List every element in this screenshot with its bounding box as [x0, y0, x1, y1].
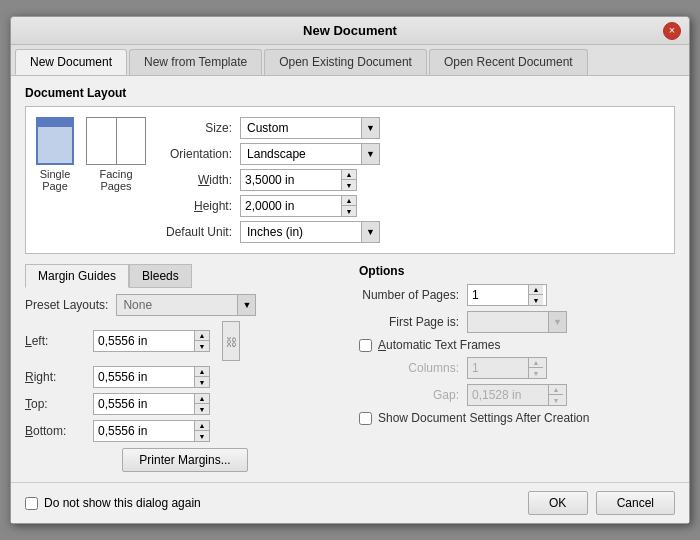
width-up[interactable]: ▲	[342, 170, 356, 180]
width-down[interactable]: ▼	[342, 180, 356, 190]
preset-label: Preset Layouts:	[25, 298, 108, 312]
tab-open-existing[interactable]: Open Existing Document	[264, 49, 427, 75]
columns-spinner: ▲ ▼	[467, 357, 547, 379]
default-unit-label: Default Unit:	[166, 225, 232, 239]
tab-new-from-template[interactable]: New from Template	[129, 49, 262, 75]
bottom-section: Margin Guides Bleeds Preset Layouts: Non…	[25, 264, 675, 472]
orientation-dropdown-arrow[interactable]: ▼	[361, 144, 379, 164]
right-label: Right:	[25, 370, 85, 384]
num-pages-up[interactable]: ▲	[529, 285, 543, 295]
left-spin-btns: ▲ ▼	[194, 331, 209, 351]
close-button[interactable]: ×	[663, 22, 681, 40]
page-icons: SinglePage FacingPages	[36, 117, 146, 243]
default-unit-dropdown[interactable]: Inches (in) ▼	[240, 221, 380, 243]
right-spinner[interactable]: ▲ ▼	[93, 366, 210, 388]
bottom-field[interactable]	[94, 421, 194, 441]
num-pages-spin-btns: ▲ ▼	[528, 285, 543, 305]
link-icon: ⛓	[222, 321, 240, 361]
preset-dropdown-arrow[interactable]: ▼	[237, 295, 255, 315]
show-settings-row: Show Document Settings After Creation	[359, 411, 675, 425]
first-page-dropdown: ▼	[467, 311, 567, 333]
gap-spinner: ▲ ▼	[467, 384, 567, 406]
single-page-option[interactable]: SinglePage	[36, 117, 74, 192]
dialog-body: Document Layout SinglePage	[11, 76, 689, 482]
auto-text-label: Automatic Text Frames	[378, 338, 501, 352]
preset-dropdown[interactable]: None ▼	[116, 294, 256, 316]
top-row: Top: ▲ ▼	[25, 393, 345, 415]
bottom-bar: Do not show this dialog again OK Cancel	[11, 482, 689, 523]
top-spin-btns: ▲ ▼	[194, 394, 209, 414]
options-label: Options	[359, 264, 675, 278]
first-page-arrow: ▼	[548, 312, 566, 332]
tab-margin-guides[interactable]: Margin Guides	[25, 264, 129, 288]
bottom-row: Bottom: ▲ ▼	[25, 420, 345, 442]
dont-show-checkbox[interactable]	[25, 497, 38, 510]
height-up[interactable]: ▲	[342, 196, 356, 206]
num-pages-spinner[interactable]: ▲ ▼	[467, 284, 547, 306]
default-unit-dropdown-arrow[interactable]: ▼	[361, 222, 379, 242]
right-field[interactable]	[94, 367, 194, 387]
top-field[interactable]	[94, 394, 194, 414]
facing-pages-option[interactable]: FacingPages	[86, 117, 146, 192]
left-down[interactable]: ▼	[195, 341, 209, 351]
new-document-dialog: New Document × New Document New from Tem…	[10, 16, 690, 524]
facing-left	[86, 117, 116, 165]
preset-row: Preset Layouts: None ▼	[25, 294, 345, 316]
bottom-up[interactable]: ▲	[195, 421, 209, 431]
gap-down: ▼	[549, 395, 563, 405]
right-down[interactable]: ▼	[195, 377, 209, 387]
single-page-label: SinglePage	[40, 168, 71, 192]
top-spinner[interactable]: ▲ ▼	[93, 393, 210, 415]
tab-new-document[interactable]: New Document	[15, 49, 127, 75]
columns-row: Columns: ▲ ▼	[359, 357, 675, 379]
show-settings-label: Show Document Settings After Creation	[378, 411, 589, 425]
dialog-title: New Document	[303, 23, 397, 38]
tab-open-recent[interactable]: Open Recent Document	[429, 49, 588, 75]
ok-button[interactable]: OK	[528, 491, 588, 515]
tab-bleeds[interactable]: Bleeds	[129, 264, 192, 288]
num-pages-label: Number of Pages:	[359, 288, 459, 302]
height-spinner[interactable]: ▲ ▼	[240, 195, 357, 217]
width-spinner[interactable]: ▲ ▼	[240, 169, 357, 191]
action-buttons: OK Cancel	[528, 491, 675, 515]
single-page-icon	[36, 117, 74, 165]
right-spin-btns: ▲ ▼	[194, 367, 209, 387]
columns-label: Columns:	[359, 361, 459, 375]
gap-row: Gap: ▲ ▼	[359, 384, 675, 406]
bottom-spinner[interactable]: ▲ ▼	[93, 420, 210, 442]
height-input-row: ▲ ▼	[240, 195, 664, 217]
columns-up: ▲	[529, 358, 543, 368]
layout-inner: SinglePage FacingPages Size:	[36, 117, 664, 243]
top-down[interactable]: ▼	[195, 404, 209, 414]
first-page-value	[468, 320, 548, 324]
width-input-row: ▲ ▼	[240, 169, 664, 191]
right-up[interactable]: ▲	[195, 367, 209, 377]
title-bar: New Document ×	[11, 17, 689, 45]
width-field[interactable]	[241, 170, 341, 190]
cancel-button[interactable]: Cancel	[596, 491, 675, 515]
height-down[interactable]: ▼	[342, 206, 356, 216]
num-pages-down[interactable]: ▼	[529, 295, 543, 305]
size-dropdown-arrow[interactable]: ▼	[361, 118, 379, 138]
facing-pages-label: FacingPages	[99, 168, 132, 192]
left-spinner[interactable]: ▲ ▼	[93, 330, 210, 352]
top-up[interactable]: ▲	[195, 394, 209, 404]
size-dropdown[interactable]: Custom ▼	[240, 117, 380, 139]
show-settings-checkbox[interactable]	[359, 412, 372, 425]
num-pages-field[interactable]	[468, 285, 528, 305]
num-pages-row: Number of Pages: ▲ ▼	[359, 284, 675, 306]
left-up[interactable]: ▲	[195, 331, 209, 341]
gap-spin-btns: ▲ ▼	[548, 385, 563, 405]
auto-text-checkbox[interactable]	[359, 339, 372, 352]
height-field[interactable]	[241, 196, 341, 216]
orientation-dropdown[interactable]: Landscape ▼	[240, 143, 380, 165]
left-field[interactable]	[94, 331, 194, 351]
printer-margins-button[interactable]: Printer Margins...	[122, 448, 247, 472]
facing-pages-icon	[86, 117, 146, 165]
gap-label: Gap:	[359, 388, 459, 402]
size-label: Size:	[166, 121, 232, 135]
document-layout-label: Document Layout	[25, 86, 675, 100]
bottom-down[interactable]: ▼	[195, 431, 209, 441]
facing-right	[116, 117, 146, 165]
top-label: Top:	[25, 397, 85, 411]
